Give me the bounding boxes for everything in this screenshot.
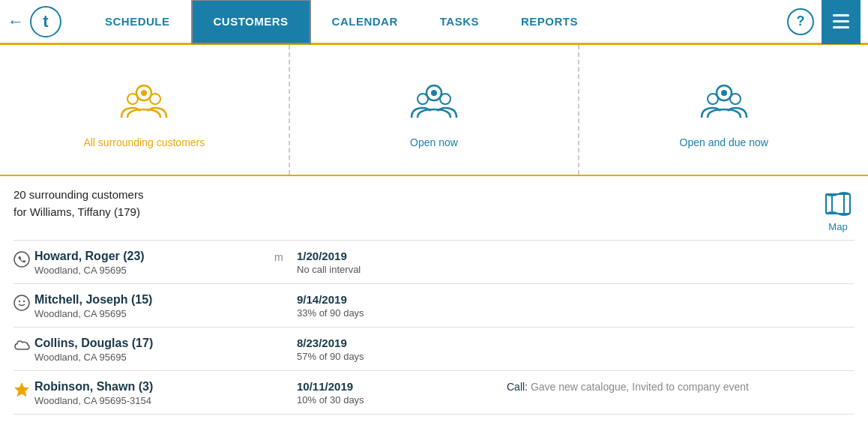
customer-list: Howard, Roger (23) Woodland, CA 95695 m … [13, 241, 855, 415]
svg-point-5 [418, 94, 428, 104]
table-row[interactable]: Howard, Roger (23) Woodland, CA 95695 m … [13, 241, 855, 284]
subnav-open-now-label: Open now [410, 136, 458, 148]
subnav-all-customers[interactable]: All surrounding customers [0, 45, 290, 175]
customer-icon-cloud [13, 337, 34, 358]
customer-name: Collins, Douglas (17) [34, 337, 274, 350]
customer-interval: 57% of 90 days [297, 351, 507, 362]
svg-point-15 [19, 301, 20, 302]
customer-address: Woodland, CA 95695 [34, 352, 274, 363]
customer-date-col: 10/11/2019 10% of 30 days [297, 380, 507, 406]
table-row[interactable]: Robinson, Shawn (3) Woodland, CA 95695-3… [13, 371, 855, 415]
content-area: 20 surrounding customers for Williams, T… [0, 176, 868, 415]
customer-icon-phone [13, 250, 34, 271]
nav-reports[interactable]: REPORTS [500, 0, 599, 44]
sub-nav: All surrounding customers Open now Open … [0, 45, 868, 176]
map-button[interactable]: Map [822, 187, 855, 232]
customer-icon-star [13, 380, 34, 401]
menu-bar-3 [833, 26, 849, 28]
customer-name: Howard, Roger (23) [34, 250, 274, 263]
subnav-open-now[interactable]: Open now [290, 45, 580, 175]
svg-point-11 [721, 90, 727, 96]
nav-calendar[interactable]: CALENDAR [311, 0, 419, 44]
main-nav: SCHEDULE CUSTOMERS CALENDAR TASKS REPORT… [84, 0, 787, 44]
nav-tasks[interactable]: TASKS [419, 0, 500, 44]
svg-point-13 [14, 252, 29, 267]
customer-date: 1/20/2019 [297, 250, 507, 262]
customer-label [274, 293, 297, 295]
customer-interval: 33% of 90 days [297, 307, 507, 319]
customer-address: Woodland, CA 95695 [34, 308, 274, 319]
svg-point-16 [23, 301, 25, 302]
svg-point-1 [127, 94, 138, 104]
customer-name: Robinson, Shawn (3) [34, 380, 274, 394]
customer-address: Woodland, CA 95695 [34, 265, 274, 276]
header-right: ? [787, 0, 861, 44]
svg-marker-17 [15, 383, 28, 397]
map-label: Map [828, 221, 847, 232]
table-row[interactable]: Mitchell, Joseph (15) Woodland, CA 95695… [13, 284, 855, 328]
note-label: Call: [507, 381, 528, 393]
svg-point-2 [150, 94, 160, 104]
subnav-open-due-label: Open and due now [680, 136, 768, 148]
summary-line2: for Williams, Tiffany (179) [13, 204, 143, 221]
customer-label: m [274, 250, 297, 263]
customer-interval: No call interval [297, 264, 507, 275]
back-button[interactable]: ← [7, 12, 24, 31]
customer-date: 8/23/2019 [297, 337, 507, 349]
menu-bar-2 [833, 20, 849, 22]
svg-point-7 [431, 90, 437, 96]
table-row[interactable]: Collins, Douglas (17) Woodland, CA 95695… [13, 328, 855, 371]
svg-point-3 [141, 90, 147, 96]
customer-date-col: 8/23/2019 57% of 90 days [297, 337, 507, 362]
customer-name-col: Mitchell, Joseph (15) Woodland, CA 95695 [34, 293, 274, 319]
customer-date-col: 9/14/2019 33% of 90 days [297, 293, 507, 319]
nav-schedule[interactable]: SCHEDULE [84, 0, 191, 44]
customer-note: Call: Gave new catalogue, Invited to com… [507, 380, 855, 395]
summary-text: 20 surrounding customers for Williams, T… [13, 187, 143, 220]
customer-name-col: Collins, Douglas (17) Woodland, CA 95695 [34, 337, 274, 363]
svg-point-9 [708, 94, 718, 104]
menu-bar-1 [833, 14, 849, 16]
subnav-open-due[interactable]: Open and due now [579, 45, 868, 175]
svg-point-6 [440, 94, 450, 104]
customer-name-col: Howard, Roger (23) Woodland, CA 95695 [34, 250, 274, 276]
customer-label [274, 380, 297, 382]
customer-date: 9/14/2019 [297, 293, 507, 306]
customer-name-col: Robinson, Shawn (3) Woodland, CA 95695-3… [34, 380, 274, 406]
customer-address: Woodland, CA 95695-3154 [34, 395, 274, 406]
help-button[interactable]: ? [787, 8, 814, 35]
header: ← t SCHEDULE CUSTOMERS CALENDAR TASKS RE… [0, 0, 868, 45]
subnav-all-label: All surrounding customers [83, 136, 205, 148]
summary-line1: 20 surrounding customers [13, 187, 143, 204]
customer-interval: 10% of 30 days [297, 394, 507, 406]
svg-point-10 [730, 94, 741, 104]
customer-name: Mitchell, Joseph (15) [34, 293, 274, 307]
menu-button[interactable] [822, 0, 861, 44]
svg-rect-12 [826, 194, 850, 214]
note-text: Gave new catalogue, Invited to company e… [531, 381, 749, 393]
svg-point-14 [14, 295, 29, 310]
customer-label [274, 337, 297, 338]
customer-date: 10/11/2019 [297, 380, 507, 393]
customer-icon-smiley [13, 293, 34, 314]
summary-row: 20 surrounding customers for Williams, T… [13, 187, 855, 241]
logo: t [30, 6, 61, 37]
customer-date-col: 1/20/2019 No call interval [297, 250, 507, 275]
nav-customers[interactable]: CUSTOMERS [191, 0, 311, 44]
